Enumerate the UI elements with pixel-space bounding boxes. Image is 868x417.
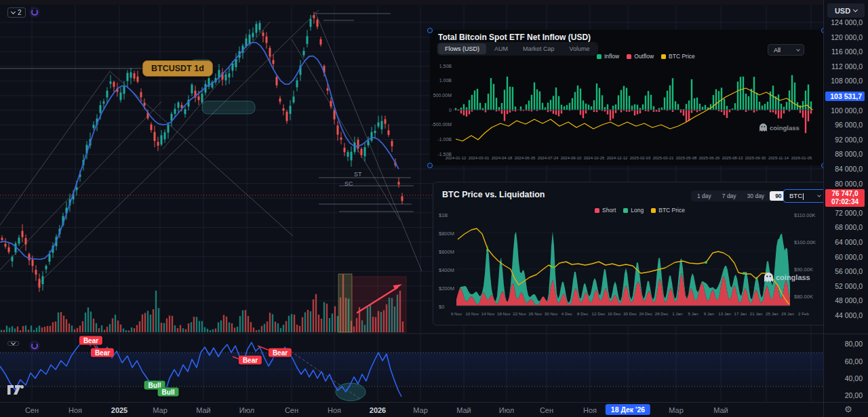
liq-x-tick: 21 Jan <box>750 311 763 316</box>
price-tick: 112 000,0 <box>824 62 863 71</box>
bear-marker: Bear <box>269 349 292 357</box>
currency-dropdown[interactable]: USD <box>827 3 865 18</box>
price-axis[interactable]: USD 124 000,0120 000,0116 000,0112 000,0… <box>823 0 868 417</box>
settings-gear-icon[interactable]: ⚙ <box>844 404 852 414</box>
time-label-month[interactable]: Сен <box>25 406 39 414</box>
etf-y-tick: -1.00B <box>431 137 452 142</box>
price-tick: 108 000,0 <box>824 77 863 85</box>
etf-inflow-panel[interactable]: Total Bitcoin Spot ETF Net Inflow (USD) … <box>430 30 825 165</box>
wyckoff-sc-label: SC <box>344 180 353 187</box>
liq-y-left-tick: $800M <box>439 231 454 237</box>
bear-marker: Bear <box>91 349 114 357</box>
time-label-month[interactable]: Июл <box>239 406 254 414</box>
liquidation-panel[interactable]: BTC Price vs. Liquidation 1 day7 day30 d… <box>433 182 826 325</box>
etf-x-tick: 2026-01-05 <box>791 156 812 160</box>
price-tick: 52 000,0 <box>824 282 863 290</box>
currency-label: USD <box>835 7 850 15</box>
liq-x-tick: 13 Jan <box>718 311 731 316</box>
etf-y-tick: 500.00M <box>431 93 452 98</box>
price-tick: 88 000,0 <box>824 150 863 158</box>
time-label-month[interactable]: Сен <box>285 406 298 414</box>
ghost-icon <box>760 123 767 132</box>
price-tick: 80 000,0 <box>824 180 863 188</box>
liq-x-tick: 29 Jan <box>781 311 794 316</box>
price-tick: 84 000,0 <box>824 165 863 173</box>
liq-y-right-tick: $80.00K <box>794 294 813 300</box>
time-label-month[interactable]: Мар <box>413 406 428 414</box>
symbol-badge[interactable]: BTCUSDT 1d <box>142 60 213 77</box>
liq-x-tick: 25 Jan <box>766 311 778 316</box>
time-label-month[interactable]: Ноя <box>328 406 341 414</box>
price-tick: 120 000,0 <box>824 33 863 41</box>
liq-x-tick: 22 Nov <box>513 311 526 316</box>
liq-x-tick: 16 Dec <box>608 311 621 316</box>
time-label-year[interactable]: 2025 <box>111 406 127 414</box>
indicator-tick: 40,00 <box>824 374 863 382</box>
price-tick: 68 000,0 <box>824 223 863 231</box>
price-tick: 92 000,0 <box>824 136 863 144</box>
etf-x-tick: 2024-06-05 <box>515 156 536 160</box>
liq-y-left-tick: $0 <box>439 304 444 310</box>
price-tick: 60 000,0 <box>824 253 863 261</box>
etf-y-tick: 0 <box>431 108 452 113</box>
price-tick: 116 000,0 <box>824 47 863 56</box>
time-label-month[interactable]: Мар <box>153 406 167 414</box>
time-label-month[interactable]: Ноя <box>68 406 82 414</box>
rsi-pane-collapse-toggle[interactable] <box>7 341 19 346</box>
etf-chart-canvas <box>430 30 825 165</box>
price-tick: 100 000,0 <box>824 106 863 115</box>
time-label-month[interactable]: Сен <box>540 406 553 414</box>
loading-spinner-icon <box>31 9 38 16</box>
etf-x-tick: 2024-10-25 <box>584 156 605 160</box>
time-label-month[interactable]: Май <box>456 406 471 414</box>
time-label-month[interactable]: Май <box>196 406 211 414</box>
liq-x-tick: 12 Dec <box>592 311 606 316</box>
time-label-month[interactable]: Май <box>713 406 728 414</box>
drag-handle[interactable] <box>427 28 433 33</box>
price-tick: 64 000,0 <box>824 238 863 246</box>
etf-x-tick: 2025-05-08 <box>676 156 697 160</box>
price-badge-ma: 103 531,7 <box>825 92 865 101</box>
price-tick: 44 000,0 <box>824 311 863 319</box>
time-axis[interactable]: СенНоя2025МарМайИюлСенНоя2026МарМайИюлСе… <box>0 402 823 417</box>
time-label-month[interactable]: Ноя <box>583 406 597 414</box>
liq-y-left-tick: $200M <box>439 285 454 292</box>
bear-marker: Bear <box>79 336 102 345</box>
collapse-count: 2 <box>18 9 22 16</box>
ghost-icon <box>764 273 773 282</box>
etf-x-tick: 2024-12-12 <box>607 156 628 160</box>
liq-x-tick: 17 Jan <box>734 311 747 316</box>
price-tick: 72 000,0 <box>824 209 863 217</box>
chevron-down-icon <box>11 9 16 14</box>
etf-x-tick: 2024-09-10 <box>561 156 582 160</box>
bar-countdown: 07:02:34 <box>828 198 862 206</box>
time-label-year[interactable]: 2026 <box>370 406 386 414</box>
top-strip <box>0 0 868 5</box>
liq-y-right-tick: $110.00K <box>794 212 816 218</box>
coinglass-watermark: coinglass <box>764 273 810 282</box>
liq-x-tick: 26 Nov <box>529 311 542 316</box>
liq-x-tick: 24 Dec <box>639 311 652 316</box>
liq-x-tick: 6 Nov <box>451 311 462 316</box>
time-label-month[interactable]: Июл <box>499 406 514 414</box>
tradingview-logo[interactable] <box>7 384 25 395</box>
time-label-month[interactable]: Мар <box>669 406 684 414</box>
etf-y-tick: -500.00M <box>431 122 452 127</box>
liq-x-tick: 9 Jan <box>704 311 714 316</box>
liq-x-tick: 1 Jan <box>672 311 682 316</box>
indicator-tick: 20,00 <box>824 391 863 399</box>
etf-x-tick: 2024-07-24 <box>538 156 559 160</box>
loading-spinner-icon <box>31 342 38 349</box>
price-badge-last-countdown: 76 747,0 07:02:34 <box>825 189 865 207</box>
etf-x-tick: 2025-02-03 <box>630 156 651 160</box>
object-tree-collapse-toggle[interactable]: 2 <box>7 7 26 18</box>
drag-handle[interactable] <box>427 163 433 168</box>
coinglass-watermark: coinglass <box>760 123 800 132</box>
etf-x-tick: 2025-08-13 <box>722 156 743 160</box>
liq-y-left-tick: $1B <box>439 212 448 218</box>
liq-x-tick: 28 Dec <box>655 311 669 316</box>
liq-x-tick: 30 Nov <box>545 311 558 316</box>
bear-marker: Bear <box>239 356 262 365</box>
price-tick: 56 000,0 <box>824 267 863 275</box>
wyckoff-st-label: ST <box>354 171 362 178</box>
